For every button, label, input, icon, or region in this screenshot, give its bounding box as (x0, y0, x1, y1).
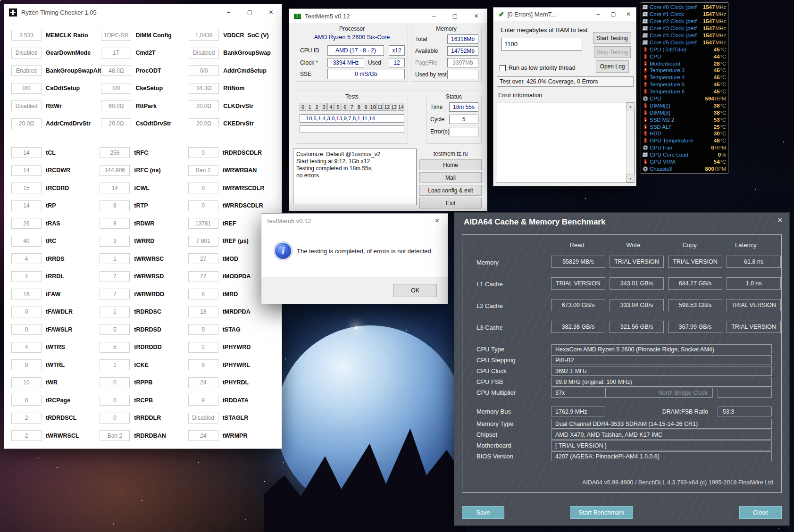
test-number-button[interactable]: 3 (321, 103, 327, 111)
timing-value: 7 (100, 289, 130, 299)
timing-label: tFAWSLR (46, 326, 72, 333)
site-label: testmem.tz.ru (419, 150, 482, 157)
maximize-icon[interactable]: ▢ (239, 4, 260, 20)
benchmark-cell: TRIAL VERSION (551, 277, 605, 290)
timing-value: Ban 2 (188, 165, 218, 176)
timing-label: tWR (46, 379, 58, 386)
site-button[interactable]: Home (419, 159, 482, 170)
minimize-icon[interactable]: – (423, 9, 444, 23)
tm5-window-title: TestMem5 v0.12 (305, 13, 350, 20)
sensor-row: SSD ALT 25 °C (643, 123, 726, 130)
test-number-button[interactable]: 4 (327, 103, 334, 111)
start-benchmark-button[interactable]: Start Benchmark (570, 506, 633, 519)
timing-label: tRRDS (46, 256, 65, 262)
site-section: testmem.tz.ru HomeMailLoad config & exit… (419, 150, 482, 210)
dialog-titlebar[interactable]: TestMem5 v0.12 ✕ (261, 214, 448, 228)
close-button[interactable]: Close (739, 506, 782, 519)
sensor-unit: °C (720, 75, 726, 80)
timing-label: tRCPage (46, 397, 70, 404)
save-button[interactable]: Save (462, 506, 504, 519)
test-number-button[interactable]: 0 (300, 103, 306, 111)
timing-value: 1 (100, 253, 130, 264)
sensor-row: Motherboard 28 °C (643, 60, 726, 67)
timing-value: 20.0Ω (189, 100, 219, 111)
test-number-button[interactable]: 8 (356, 103, 362, 111)
rtc-config-grid: 3 533 MEMCLK Ratio 1DPC-SR DIMM Config 1… (11, 30, 276, 129)
test-number-button[interactable]: 11 (376, 103, 383, 111)
cpu-clock-icon (642, 19, 648, 24)
memory-row: Total 16316Mb (411, 34, 481, 44)
site-button[interactable]: Load config & exit (419, 185, 482, 196)
timing-label: CkeSetup (135, 85, 163, 91)
timing-label: tWRWRSCL (46, 432, 79, 439)
scroll-down-icon[interactable]: ▼ (627, 175, 635, 183)
close-icon[interactable]: ✕ (466, 9, 487, 23)
test-number-button[interactable]: 6 (342, 103, 348, 111)
close-icon[interactable]: ✕ (426, 214, 448, 228)
detail-row: Memory Type Dual Channel DDR4-3533 SDRAM… (462, 419, 772, 429)
sensor-label: SSD M2 2 (650, 117, 714, 123)
minimize-icon[interactable]: – (218, 4, 239, 20)
test-number-button[interactable]: 14 (398, 103, 404, 111)
test-number-button[interactable]: 12 (384, 103, 390, 111)
close-icon[interactable]: ✕ (621, 8, 636, 21)
cpu-clock-icon (642, 33, 648, 38)
test-number-button[interactable]: 5 (334, 103, 341, 111)
cpu-clock-icon (642, 5, 648, 9)
error-list-scrollbar[interactable]: ▲ ▼ (626, 102, 634, 183)
sensor-row: SSD M2 2 53 °C (643, 116, 726, 123)
detail-value: 99.8 MHz (original: 100 MHz) (551, 377, 772, 387)
timing-label: tCWL (134, 185, 150, 191)
site-button[interactable]: Mail (419, 172, 482, 183)
clock-value: 3394 MHz (327, 58, 364, 67)
timing-value: 5 (100, 342, 130, 353)
sensor-value: 0 (711, 145, 714, 150)
timing-cell: 8 tRDWR (100, 218, 188, 229)
timing-cell: 4 tWTRS (11, 342, 100, 353)
close-icon[interactable]: ✕ (260, 4, 282, 20)
maximize-icon[interactable]: ▢ (444, 9, 466, 23)
timing-value: 1 (100, 307, 130, 317)
low-priority-checkbox[interactable] (500, 65, 506, 71)
maximize-icon[interactable]: ▢ (606, 8, 621, 21)
sensor-unit: °C (720, 103, 726, 108)
sensor-value: 38 (714, 110, 720, 116)
memtest-titlebar[interactable]: ✔ [0 Errors] MemT... – ▢ ✕ (493, 8, 636, 21)
open-log-button[interactable]: Open Log (596, 60, 629, 73)
sensor-unit: °C (720, 61, 726, 66)
sensor-value: 30 (714, 131, 720, 136)
tm5-titlebar[interactable]: TestMem5 v0.12 – ▢ ✕ (289, 9, 487, 23)
test-number-button[interactable]: 1 (307, 103, 313, 111)
timing-cell: Ban 2 tRDRDBAN (100, 430, 188, 441)
site-button[interactable]: Exit (419, 198, 482, 208)
sensor-unit: °C (720, 138, 726, 143)
timing-cell: 9 tPHYWRL (188, 359, 276, 370)
log-line: Testing completed in 18m 55s, (296, 165, 413, 172)
close-icon[interactable]: ✕ (777, 216, 783, 224)
test-number-button[interactable]: 2 (314, 103, 320, 111)
separator (294, 90, 482, 91)
minimize-icon[interactable]: – (759, 216, 763, 224)
timing-label: tMRD (223, 291, 238, 298)
test-number-button[interactable]: 10 (370, 103, 376, 111)
test-number-button[interactable]: 7 (349, 103, 355, 111)
timing-cell: 0 tFAWDLR (11, 307, 100, 317)
test-log-box: Customize: Default @1usmus_v2Start testi… (293, 149, 417, 205)
timing-value: 1 (100, 359, 130, 370)
ok-button[interactable]: OK (393, 284, 437, 297)
scroll-up-icon[interactable]: ▲ (627, 102, 635, 110)
ram-amount-input[interactable] (501, 38, 582, 50)
sensor-value: 45 (714, 47, 720, 52)
benchmark-cell: TRIAL VERSION (727, 321, 781, 333)
ram-amount-prompt: Enter megabytes of RAM to test (501, 26, 587, 33)
test-number-button[interactable]: 9 (363, 103, 369, 111)
start-testing-button[interactable]: Start Testing (593, 32, 631, 44)
dram-fsb-ratio-label: DRAM:FSB Ratio (605, 407, 713, 416)
timing-cell: 5 tRDRDDD (100, 342, 188, 353)
rtc-timings-grid: 14 tCL 256 tRFC 0 tRDRDSCDLR 14 tRCDWR 1… (11, 147, 276, 441)
test-number-button[interactable]: 13 (391, 103, 397, 111)
sensor-unit: MHz (715, 25, 726, 31)
minimize-icon[interactable]: – (591, 8, 606, 21)
memory-detail-rows: Memory Type Dual Channel DDR4-3533 SDRAM… (462, 419, 772, 462)
rtc-titlebar[interactable]: Ryzen Timing Checker 1.05 – ▢ ✕ (4, 4, 282, 20)
